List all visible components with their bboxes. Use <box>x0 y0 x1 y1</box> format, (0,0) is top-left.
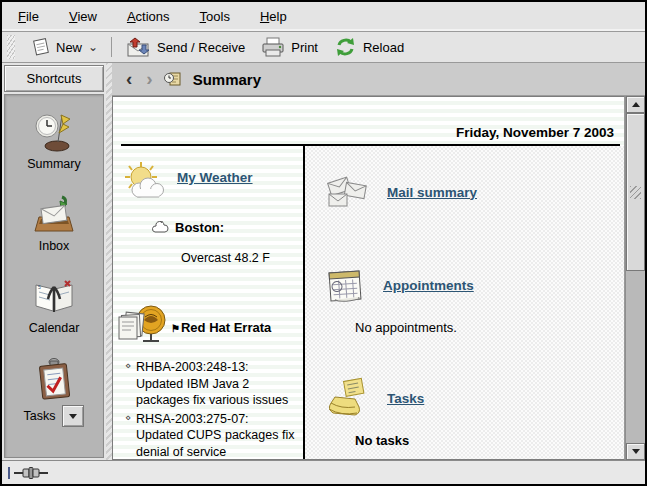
arrow-up-icon <box>632 102 640 107</box>
toolbar-separator <box>111 37 112 57</box>
appointments-icon <box>325 264 367 306</box>
sidebar-item-tasks[interactable]: Tasks <box>24 357 85 427</box>
menu-tools[interactable]: Tools <box>196 7 234 26</box>
new-dropdown-icon[interactable]: ⌄ <box>88 43 98 51</box>
errata-item[interactable]: RHBA-2003:248-13: Updated IBM Java 2 pac… <box>125 359 299 409</box>
sidebar-item-label: Inbox <box>39 239 70 253</box>
tasks-icon <box>33 357 75 401</box>
shortcut-bar-dropdown-button[interactable] <box>62 405 84 427</box>
forward-arrow-icon[interactable]: › <box>142 70 156 88</box>
tasks-empty-text: No tasks <box>355 433 624 448</box>
toolbar-drag-handle[interactable] <box>7 35 15 59</box>
scroll-down-button[interactable] <box>626 443 645 460</box>
scrollbar-thumb[interactable] <box>626 113 645 271</box>
sidebar-item-inbox[interactable]: Inbox <box>32 193 76 253</box>
new-button[interactable]: New ⌄ <box>23 34 106 60</box>
arrow-down-icon <box>632 449 640 454</box>
print-icon <box>261 36 285 58</box>
mail-summary-link[interactable]: Mail summary <box>387 185 477 200</box>
chevron-down-icon <box>69 414 77 419</box>
scrollbar-trough[interactable] <box>626 271 645 443</box>
tasks-section-icon <box>325 377 371 419</box>
appointments-link[interactable]: Appointments <box>383 278 474 293</box>
calendar-icon: 5 <box>32 275 76 317</box>
inbox-icon <box>32 193 76 235</box>
menu-help[interactable]: Help <box>256 7 291 26</box>
evolution-window: File View Actions Tools Help New ⌄ Send … <box>0 0 647 486</box>
vertical-scrollbar[interactable] <box>625 96 645 460</box>
send-receive-label: Send / Receive <box>157 40 245 55</box>
menu-actions[interactable]: Actions <box>123 7 174 26</box>
page-title: Summary <box>193 71 261 88</box>
sidebar-item-label: Tasks <box>24 409 56 423</box>
tasks-link[interactable]: Tasks <box>387 391 424 406</box>
weather-icon <box>121 160 169 204</box>
alert-flag-icon <box>171 320 181 335</box>
mail-summary-icon <box>325 172 371 212</box>
errata-item[interactable]: RHSA-2003:275-07: Updated CUPS packages … <box>125 411 299 460</box>
summary-view: Friday, November 7 2003 My Weather <box>112 96 625 460</box>
appointments-empty-text: No appointments. <box>355 320 624 335</box>
sidebar-item-label: Calendar <box>29 321 80 335</box>
sidebar-item-calendar[interactable]: 5 Calendar <box>29 275 80 335</box>
shortcuts-sidebar: Shortcuts Summary Inbox 5 <box>2 63 106 460</box>
summary-right-column: Mail summary Appointments No appointment… <box>303 146 624 459</box>
shortcuts-group-label: Shortcuts <box>27 71 82 86</box>
reload-label: Reload <box>363 40 404 55</box>
shortcut-panel: Summary Inbox 5 Calendar <box>4 94 104 458</box>
reload-icon <box>334 36 357 58</box>
current-date: Friday, November 7 2003 <box>113 97 624 144</box>
scroll-up-button[interactable] <box>626 96 645 113</box>
send-receive-button[interactable]: Send / Receive <box>117 33 253 61</box>
small-cloud-icon <box>151 221 169 235</box>
scrollbar-grip-icon <box>630 186 641 199</box>
new-button-label: New <box>56 40 82 55</box>
weather-location: Boston: <box>175 220 224 235</box>
online-status-plug-icon[interactable] <box>14 466 50 480</box>
redhat-errata-icon <box>115 303 171 351</box>
weather-condition: Overcast 48.2 F <box>181 251 299 265</box>
sidebar-item-label: Summary <box>27 157 80 171</box>
send-receive-icon <box>125 36 151 58</box>
status-focus-tick <box>8 467 10 479</box>
print-button[interactable]: Print <box>253 33 326 61</box>
new-note-icon <box>31 37 50 57</box>
status-bar <box>2 460 645 484</box>
summary-title-icon <box>163 70 183 88</box>
menu-bar: File View Actions Tools Help <box>2 2 645 32</box>
folder-title-bar: ‹ › Summary <box>112 63 645 96</box>
summary-icon <box>32 111 76 153</box>
sidebar-item-summary[interactable]: Summary <box>27 111 80 171</box>
toolbar: New ⌄ Send / Receive Print Reload <box>2 32 645 63</box>
summary-left-column: My Weather Boston: Overcast 48.2 F <box>113 146 303 459</box>
shortcuts-group-button[interactable]: Shortcuts <box>4 65 104 92</box>
back-arrow-icon[interactable]: ‹ <box>122 70 136 88</box>
reload-button[interactable]: Reload <box>326 33 412 61</box>
my-weather-link[interactable]: My Weather <box>177 170 253 185</box>
errata-section-title[interactable]: Red Hat Errata <box>171 320 271 335</box>
svg-text:5: 5 <box>38 284 41 290</box>
menu-file[interactable]: File <box>14 7 43 26</box>
print-label: Print <box>291 40 318 55</box>
menu-view[interactable]: View <box>65 7 101 26</box>
errata-list: RHBA-2003:248-13: Updated IBM Java 2 pac… <box>125 359 299 459</box>
